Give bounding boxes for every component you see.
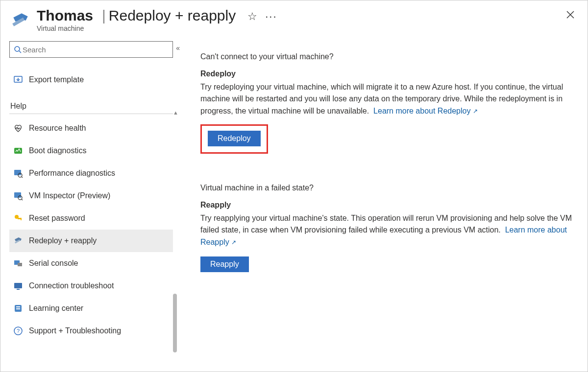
- collapse-sidebar-icon[interactable]: «: [176, 44, 180, 52]
- sidebar-item-label: Resource health: [29, 124, 86, 133]
- sidebar-item-label: Export template: [29, 75, 84, 84]
- reapply-question: Virtual machine in a failed state?: [200, 182, 574, 194]
- scroll-thumb[interactable]: [173, 294, 177, 352]
- sidebar-item-label: Support + Troubleshooting: [29, 326, 121, 335]
- redeploy-highlight-box: Redeploy: [200, 124, 268, 154]
- sidebar-item-learning-center[interactable]: Learning center: [9, 297, 173, 320]
- svg-rect-22: [16, 306, 20, 307]
- vm-inspector-icon: [13, 191, 23, 201]
- export-template-icon: [13, 75, 23, 85]
- sidebar-item-redeploy-reapply[interactable]: Redeploy + reapply: [9, 230, 173, 252]
- help-circle-icon: ?: [13, 326, 23, 336]
- divider: [9, 114, 173, 114]
- sidebar-item-label: Connection troubleshoot: [29, 281, 114, 290]
- reapply-paragraph: Try reapplying your virtual machine's st…: [200, 212, 574, 249]
- vm-type: Virtual machine: [37, 24, 93, 32]
- redeploy-button[interactable]: Redeploy: [208, 131, 261, 146]
- serial-console-icon: [13, 258, 23, 268]
- sidebar-item-export-template[interactable]: Export template: [9, 69, 173, 91]
- svg-line-11: [22, 199, 23, 200]
- svg-line-8: [22, 177, 23, 178]
- sidebar-item-boot-diagnostics[interactable]: Boot diagnostics: [9, 140, 173, 162]
- content-pane: Can't connect to your virtual machine? R…: [177, 36, 588, 372]
- redeploy-learn-more-link[interactable]: Learn more about Redeploy ↗: [373, 107, 478, 115]
- connection-troubleshoot-icon: [13, 281, 23, 291]
- book-icon: [13, 303, 23, 313]
- sidebar-section-help: Help: [10, 102, 173, 111]
- sidebar-item-label: Learning center: [29, 304, 83, 313]
- svg-rect-9: [14, 192, 21, 198]
- sidebar-item-connection-troubleshoot[interactable]: Connection troubleshoot: [9, 275, 173, 297]
- sidebar-scrollbar[interactable]: ▲: [172, 110, 178, 367]
- reapply-heading: Reapply: [200, 199, 574, 211]
- redeploy-question: Can't connect to your virtual machine?: [200, 51, 574, 63]
- title-separator: |: [102, 7, 106, 24]
- sidebar: « Export template Help Resource health B…: [0, 36, 177, 372]
- reapply-button[interactable]: Reapply: [200, 256, 249, 272]
- sidebar-item-support-troubleshooting[interactable]: ? Support + Troubleshooting: [9, 320, 173, 342]
- sidebar-item-label: Performance diagnostics: [29, 169, 115, 178]
- sidebar-item-serial-console[interactable]: Serial console: [9, 252, 173, 275]
- svg-rect-6: [14, 170, 21, 175]
- sidebar-item-performance-diagnostics[interactable]: Performance diagnostics: [9, 162, 173, 185]
- svg-rect-14: [21, 218, 22, 220]
- external-link-icon: ↗: [473, 108, 478, 115]
- svg-rect-20: [17, 289, 20, 290]
- sidebar-item-label: Reset password: [29, 214, 85, 223]
- redeploy-heading: Redeploy: [200, 68, 574, 80]
- hammer-small-icon: [13, 236, 23, 246]
- performance-diagnostics-icon: [13, 168, 23, 178]
- more-ellipsis-icon[interactable]: ···: [265, 10, 277, 23]
- page-title: Redeploy + reapply: [109, 7, 236, 24]
- search-input-wrap[interactable]: [9, 41, 173, 58]
- sidebar-item-label: Serial console: [29, 259, 78, 268]
- search-icon: [14, 46, 22, 53]
- svg-rect-18: [18, 263, 22, 266]
- external-link-icon: ↗: [231, 239, 236, 246]
- favorite-star-icon[interactable]: ☆: [247, 10, 257, 23]
- sidebar-item-label: Redeploy + reapply: [29, 236, 97, 245]
- sidebar-item-label: Boot diagnostics: [29, 146, 86, 155]
- svg-rect-19: [14, 283, 22, 288]
- svg-text:?: ?: [17, 328, 20, 334]
- heart-pulse-icon: [13, 123, 23, 133]
- key-icon: [13, 213, 23, 223]
- svg-point-2: [15, 46, 20, 51]
- hammer-icon: [10, 10, 31, 31]
- sidebar-item-label: VM Inspector (Preview): [29, 191, 110, 200]
- blade-header: Thomas Virtual machine | Redeploy + reap…: [0, 0, 588, 36]
- boot-diagnostics-icon: [13, 146, 23, 156]
- svg-rect-23: [16, 308, 20, 309]
- vm-name: Thomas: [37, 7, 93, 23]
- svg-line-3: [19, 51, 21, 53]
- sidebar-item-resource-health[interactable]: Resource health: [9, 117, 173, 140]
- close-button[interactable]: [565, 9, 576, 20]
- sidebar-item-vm-inspector[interactable]: VM Inspector (Preview): [9, 185, 173, 207]
- search-input[interactable]: [22, 45, 169, 54]
- sidebar-item-reset-password[interactable]: Reset password: [9, 207, 173, 230]
- scroll-up-arrow-icon[interactable]: ▲: [173, 110, 178, 116]
- redeploy-paragraph: Try redeploying your virtual machine, wh…: [200, 81, 574, 117]
